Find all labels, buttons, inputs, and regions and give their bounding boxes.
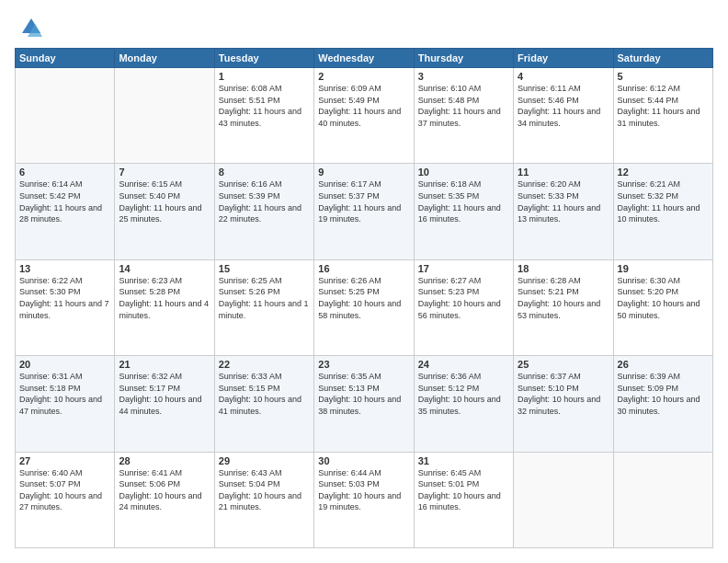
calendar-header-sunday: Sunday [16,49,115,68]
calendar-cell: 17Sunrise: 6:27 AM Sunset: 5:23 PM Dayli… [414,259,513,355]
day-number: 27 [19,455,110,466]
calendar-cell: 13Sunrise: 6:22 AM Sunset: 5:30 PM Dayli… [16,259,115,355]
day-number: 26 [618,359,709,370]
day-number: 1 [219,71,310,82]
day-info: Sunrise: 6:22 AM Sunset: 5:30 PM Dayligh… [19,275,110,321]
day-info: Sunrise: 6:39 AM Sunset: 5:09 PM Dayligh… [618,371,709,417]
calendar-cell: 26Sunrise: 6:39 AM Sunset: 5:09 PM Dayli… [613,356,712,452]
day-info: Sunrise: 6:09 AM Sunset: 5:49 PM Dayligh… [318,83,409,129]
calendar-cell: 3Sunrise: 6:10 AM Sunset: 5:48 PM Daylig… [414,68,513,164]
calendar-header-tuesday: Tuesday [214,49,313,68]
day-number: 24 [418,359,509,370]
day-number: 5 [618,71,709,82]
day-info: Sunrise: 6:11 AM Sunset: 5:46 PM Dayligh… [518,83,609,129]
calendar-cell: 8Sunrise: 6:16 AM Sunset: 5:39 PM Daylig… [214,164,313,259]
day-info: Sunrise: 6:14 AM Sunset: 5:42 PM Dayligh… [19,178,110,224]
calendar-week-row: 6Sunrise: 6:14 AM Sunset: 5:42 PM Daylig… [16,164,713,259]
day-info: Sunrise: 6:26 AM Sunset: 5:25 PM Dayligh… [318,275,409,321]
day-number: 12 [618,167,709,178]
calendar-cell: 7Sunrise: 6:15 AM Sunset: 5:40 PM Daylig… [115,164,214,259]
day-number: 31 [418,455,509,466]
calendar-cell [115,68,214,164]
calendar-cell: 5Sunrise: 6:12 AM Sunset: 5:44 PM Daylig… [613,68,712,164]
calendar-week-row: 27Sunrise: 6:40 AM Sunset: 5:07 PM Dayli… [16,452,713,547]
calendar-cell: 24Sunrise: 6:36 AM Sunset: 5:12 PM Dayli… [414,356,513,452]
day-info: Sunrise: 6:40 AM Sunset: 5:07 PM Dayligh… [19,467,110,513]
calendar-cell: 4Sunrise: 6:11 AM Sunset: 5:46 PM Daylig… [514,68,613,164]
calendar-cell: 27Sunrise: 6:40 AM Sunset: 5:07 PM Dayli… [16,452,115,547]
day-info: Sunrise: 6:21 AM Sunset: 5:32 PM Dayligh… [618,178,709,224]
day-number: 10 [418,167,509,178]
day-info: Sunrise: 6:12 AM Sunset: 5:44 PM Dayligh… [618,83,709,129]
day-number: 20 [19,359,110,370]
calendar-cell: 28Sunrise: 6:41 AM Sunset: 5:06 PM Dayli… [115,452,214,547]
calendar-cell [16,68,115,164]
calendar-cell: 12Sunrise: 6:21 AM Sunset: 5:32 PM Dayli… [613,164,712,259]
day-info: Sunrise: 6:18 AM Sunset: 5:35 PM Dayligh… [418,178,509,224]
calendar-cell: 22Sunrise: 6:33 AM Sunset: 5:15 PM Dayli… [214,356,313,452]
calendar-cell: 23Sunrise: 6:35 AM Sunset: 5:13 PM Dayli… [314,356,414,452]
calendar-cell: 14Sunrise: 6:23 AM Sunset: 5:28 PM Dayli… [115,259,214,355]
calendar-header-saturday: Saturday [613,49,712,68]
day-info: Sunrise: 6:30 AM Sunset: 5:20 PM Dayligh… [618,275,709,321]
day-number: 28 [119,455,210,466]
calendar-cell: 1Sunrise: 6:08 AM Sunset: 5:51 PM Daylig… [214,68,313,164]
calendar-cell: 9Sunrise: 6:17 AM Sunset: 5:37 PM Daylig… [314,164,414,259]
calendar-week-row: 20Sunrise: 6:31 AM Sunset: 5:18 PM Dayli… [16,356,713,452]
day-info: Sunrise: 6:31 AM Sunset: 5:18 PM Dayligh… [19,371,110,417]
calendar-cell: 6Sunrise: 6:14 AM Sunset: 5:42 PM Daylig… [16,164,115,259]
day-info: Sunrise: 6:20 AM Sunset: 5:33 PM Dayligh… [518,178,609,224]
day-number: 11 [518,167,609,178]
day-info: Sunrise: 6:28 AM Sunset: 5:21 PM Dayligh… [518,275,609,321]
day-number: 19 [618,263,709,274]
logo-icon [18,15,44,40]
day-number: 25 [518,359,609,370]
day-number: 22 [219,359,310,370]
day-info: Sunrise: 6:35 AM Sunset: 5:13 PM Dayligh… [318,371,409,417]
day-info: Sunrise: 6:25 AM Sunset: 5:26 PM Dayligh… [219,275,310,321]
day-info: Sunrise: 6:43 AM Sunset: 5:04 PM Dayligh… [219,467,310,513]
calendar-cell: 30Sunrise: 6:44 AM Sunset: 5:03 PM Dayli… [314,452,414,547]
calendar-cell: 16Sunrise: 6:26 AM Sunset: 5:25 PM Dayli… [314,259,414,355]
day-number: 3 [418,71,509,82]
day-number: 4 [518,71,609,82]
day-info: Sunrise: 6:37 AM Sunset: 5:10 PM Dayligh… [518,371,609,417]
calendar-cell: 11Sunrise: 6:20 AM Sunset: 5:33 PM Dayli… [514,164,613,259]
day-number: 8 [219,167,310,178]
calendar-cell: 19Sunrise: 6:30 AM Sunset: 5:20 PM Dayli… [613,259,712,355]
day-number: 18 [518,263,609,274]
header [15,15,713,40]
day-number: 14 [119,263,210,274]
calendar-cell: 31Sunrise: 6:45 AM Sunset: 5:01 PM Dayli… [414,452,513,547]
day-info: Sunrise: 6:08 AM Sunset: 5:51 PM Dayligh… [219,83,310,129]
day-number: 7 [119,167,210,178]
calendar-header-row: SundayMondayTuesdayWednesdayThursdayFrid… [16,49,713,68]
day-info: Sunrise: 6:27 AM Sunset: 5:23 PM Dayligh… [418,275,509,321]
day-number: 13 [19,263,110,274]
calendar-header-friday: Friday [514,49,613,68]
day-info: Sunrise: 6:17 AM Sunset: 5:37 PM Dayligh… [318,178,409,224]
calendar-cell: 29Sunrise: 6:43 AM Sunset: 5:04 PM Dayli… [214,452,313,547]
calendar-cell [514,452,613,547]
calendar-header-thursday: Thursday [414,49,513,68]
calendar-cell: 15Sunrise: 6:25 AM Sunset: 5:26 PM Dayli… [214,259,313,355]
day-number: 23 [318,359,409,370]
day-info: Sunrise: 6:32 AM Sunset: 5:17 PM Dayligh… [119,371,210,417]
day-number: 30 [318,455,409,466]
day-number: 9 [318,167,409,178]
day-info: Sunrise: 6:10 AM Sunset: 5:48 PM Dayligh… [418,83,509,129]
day-info: Sunrise: 6:44 AM Sunset: 5:03 PM Dayligh… [318,467,409,513]
calendar-week-row: 13Sunrise: 6:22 AM Sunset: 5:30 PM Dayli… [16,259,713,355]
day-number: 17 [418,263,509,274]
calendar-cell: 20Sunrise: 6:31 AM Sunset: 5:18 PM Dayli… [16,356,115,452]
day-info: Sunrise: 6:15 AM Sunset: 5:40 PM Dayligh… [119,178,210,224]
day-number: 29 [219,455,310,466]
day-number: 16 [318,263,409,274]
page: SundayMondayTuesdayWednesdayThursdayFrid… [0,0,728,563]
calendar-cell: 21Sunrise: 6:32 AM Sunset: 5:17 PM Dayli… [115,356,214,452]
day-info: Sunrise: 6:23 AM Sunset: 5:28 PM Dayligh… [119,275,210,321]
day-info: Sunrise: 6:16 AM Sunset: 5:39 PM Dayligh… [219,178,310,224]
day-number: 15 [219,263,310,274]
day-info: Sunrise: 6:36 AM Sunset: 5:12 PM Dayligh… [418,371,509,417]
calendar-header-wednesday: Wednesday [314,49,414,68]
